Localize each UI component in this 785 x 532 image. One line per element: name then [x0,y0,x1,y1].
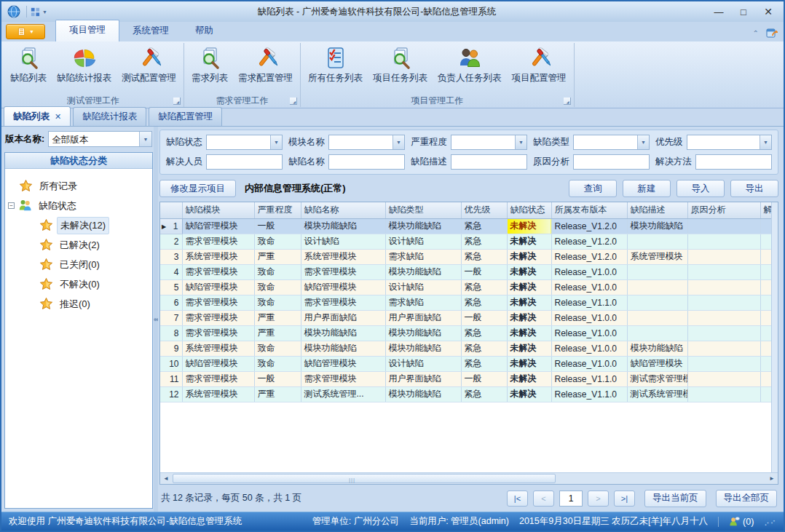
grid-row-header[interactable]: 8 [160,325,182,341]
grid-cell[interactable]: 模块功能缺陷 [301,325,385,341]
chevron-down-icon[interactable]: ▼ [760,135,771,149]
grid-row-header[interactable]: 10 [160,356,182,371]
grid-cell[interactable]: 模块功能缺陷 [385,264,461,279]
grid-row-header[interactable]: 12 [160,386,182,402]
grid-header-cell[interactable]: 缺陷名称 [301,202,385,218]
tree-item[interactable]: 未解决(12) [8,215,151,235]
grid-header-cell[interactable]: 缺陷模块 [182,202,254,218]
grid-cell[interactable] [687,386,760,402]
grid-cell[interactable]: Release_V1.2.0 [551,234,627,249]
grid-cell[interactable]: 需求管理模块 [301,295,385,310]
grid-cell[interactable]: 未解决 [507,249,551,264]
online-users-indicator[interactable]: (0) [729,516,754,527]
grid-cell[interactable] [687,356,760,371]
grid-cell[interactable]: Release_V1.0.0 [551,264,627,279]
grid-cell[interactable]: 设计缺陷 [301,234,385,249]
filter-combobox[interactable]: ▼ [687,135,773,150]
grid-cell[interactable]: 系统管理模块 [627,249,687,264]
grid-row-header[interactable]: 9 [160,341,182,356]
quick-access-toolbar[interactable]: ▼ [30,7,47,17]
import-button[interactable]: 导入 [676,180,725,197]
grid-cell[interactable]: 缺陷管理模块 [301,279,385,295]
grid-header-cell[interactable] [160,202,182,218]
grid-cell[interactable]: 未解决 [507,264,551,279]
grid-cell[interactable]: 严重 [254,386,301,402]
collapse-expander-icon[interactable]: − [8,202,15,209]
grid-cell[interactable]: 用户界面缺陷 [385,371,461,386]
grid-cell[interactable]: 紧急 [461,386,507,402]
filter-input[interactable] [328,154,405,170]
grid-cell[interactable]: 系统管理模块 [182,341,254,356]
grid-header-cell[interactable]: 优先级 [461,202,507,218]
ribbon-button[interactable]: 需求列表 [186,44,233,85]
grid-cell[interactable]: 模块功能缺陷 [301,341,385,356]
new-button[interactable]: 新建 [623,180,671,197]
grid-row[interactable]: 11需求管理模块一般需求管理模块用户界面缺陷一般未解决Release_V1.1.… [160,371,773,386]
minimize-button[interactable]: — [706,4,731,20]
grid-cell[interactable]: 一般 [461,264,507,279]
grid-row[interactable]: 4需求管理模块致命需求管理模块模块功能缺陷一般未解决Release_V1.0.0 [160,264,773,279]
vertical-scrollbar[interactable] [771,202,778,472]
scroll-left-icon[interactable]: ◄ [160,473,172,484]
grid-cell[interactable]: 模块功能缺陷 [385,218,461,234]
grid-cell[interactable]: 测试系统管理模块... [627,386,687,402]
grid-cell[interactable]: 缺陷管理模块 [301,356,385,371]
grid-cell[interactable]: 一般 [461,371,507,386]
grid-cell[interactable]: 致命 [254,234,301,249]
grid-cell[interactable] [687,310,760,325]
grid-row-header[interactable]: 6 [160,295,182,310]
filter-combobox[interactable]: ▼ [451,135,527,150]
grid-cell[interactable] [687,249,760,264]
grid-cell[interactable]: 未解决 [507,325,551,341]
close-icon[interactable]: ✕ [55,112,61,122]
grid-header-cell[interactable]: 缺陷状态 [507,202,551,218]
grid-cell[interactable]: 未解决 [507,371,551,386]
application-menu-button[interactable]: ▼ [6,24,45,39]
chevron-down-icon[interactable]: ▼ [637,135,649,149]
grid-cell[interactable]: 模块功能缺陷 [385,341,461,356]
filter-input[interactable] [206,154,283,170]
doc-tab-1[interactable]: 缺陷列表✕ [4,106,71,126]
grid-cell[interactable]: 未解决 [507,356,551,371]
grid-cell[interactable]: 设计缺陷 [385,279,461,295]
grid-cell[interactable]: 需求缺陷 [385,249,461,264]
grid-cell[interactable]: 紧急 [461,218,507,234]
collapse-ribbon-icon[interactable]: ⌃ [753,29,759,37]
grid-cell[interactable] [627,234,687,249]
tree-item[interactable]: 已关闭(0) [8,255,151,274]
grid-cell[interactable]: 紧急 [461,249,507,264]
grid-row[interactable]: ▶1缺陷管理模块一般模块功能缺陷模块功能缺陷紧急未解决Release_V1.2.… [160,218,773,234]
grid-row-header[interactable]: ▶1 [160,218,182,234]
grid-cell[interactable]: 模块功能缺陷 [627,341,687,356]
ribbon-button[interactable]: 项目配置管理 [507,44,572,85]
filter-combobox[interactable]: ▼ [328,135,405,150]
grid-cell[interactable]: 需求缺陷 [385,295,461,310]
grid-cell[interactable]: Release_V1.0.0 [551,279,627,295]
dialog-launcher-icon[interactable] [173,98,181,105]
close-button[interactable]: ✕ [756,4,781,20]
dialog-launcher-icon[interactable] [564,98,571,105]
grid-cell[interactable]: 用户界面缺陷 [301,310,385,325]
chevron-down-icon[interactable]: ▼ [139,132,151,146]
grid-cell[interactable]: 致命 [254,356,301,371]
doc-tab-3[interactable]: 缺陷配置管理 [149,107,222,126]
tree-item[interactable]: 不解决(0) [8,274,151,294]
grid-cell[interactable] [627,295,687,310]
grid-cell[interactable]: 需求管理模块 [182,264,254,279]
tree-item[interactable]: 推迟(0) [8,294,151,314]
grid-header-cell[interactable]: 严重程度 [254,202,301,218]
ribbon-button[interactable]: 项目任务列表 [368,44,433,85]
grid-cell[interactable]: 测试系统管理... [301,386,385,402]
tree-item[interactable]: 已解决(2) [8,235,151,255]
grid-cell[interactable]: 缺陷管理模块 [182,356,254,371]
grid-cell[interactable] [687,234,760,249]
grid-row[interactable]: 7需求管理模块严重用户界面缺陷用户界面缺陷一般未解决Release_V1.0.0 [160,310,773,325]
grid-cell[interactable]: 设计缺陷 [385,234,461,249]
grid-cell[interactable] [627,264,687,279]
grid-cell[interactable]: 需求管理模块 [182,234,254,249]
grid-row[interactable]: 8需求管理模块严重模块功能缺陷模块功能缺陷紧急未解决Release_V1.0.0 [160,325,773,341]
filter-input[interactable] [451,154,527,170]
resize-grip-icon[interactable]: ⡠⠔ [764,517,776,525]
filter-combobox[interactable]: ▼ [573,135,650,150]
grid-cell[interactable]: 严重 [254,249,301,264]
